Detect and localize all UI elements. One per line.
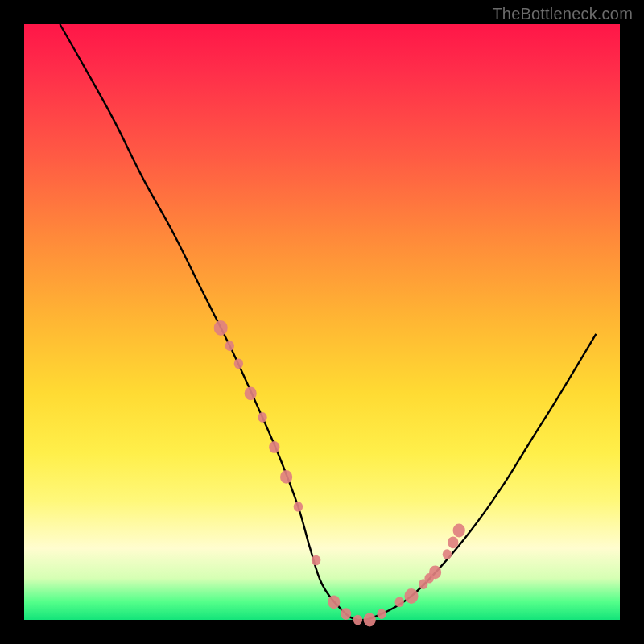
marker-dot xyxy=(258,412,266,423)
marker-dot xyxy=(353,615,362,625)
marker-dot xyxy=(341,608,351,620)
marker-dot xyxy=(443,549,452,559)
marker-dot xyxy=(312,555,320,566)
marker-dot xyxy=(269,441,279,453)
marker-dot xyxy=(364,613,376,627)
chart-frame: TheBottleneck.com xyxy=(0,0,644,644)
marker-dot xyxy=(214,320,228,336)
marker-dot xyxy=(448,536,458,548)
marker-dot xyxy=(453,524,465,538)
marker-dot xyxy=(429,565,441,579)
marker-dot xyxy=(395,597,404,608)
marker-dots xyxy=(214,320,465,626)
marker-dot xyxy=(294,502,303,512)
plot-area xyxy=(24,24,620,620)
marker-dot xyxy=(377,609,386,619)
marker-dot xyxy=(234,359,243,369)
marker-dot xyxy=(245,386,257,400)
series-path xyxy=(60,24,596,620)
bottleneck-curve xyxy=(24,24,620,620)
marker-dot xyxy=(328,595,340,609)
marker-dot xyxy=(225,341,234,351)
marker-dot xyxy=(405,588,419,604)
watermark-label: TheBottleneck.com xyxy=(492,5,633,23)
marker-dot xyxy=(280,470,292,484)
